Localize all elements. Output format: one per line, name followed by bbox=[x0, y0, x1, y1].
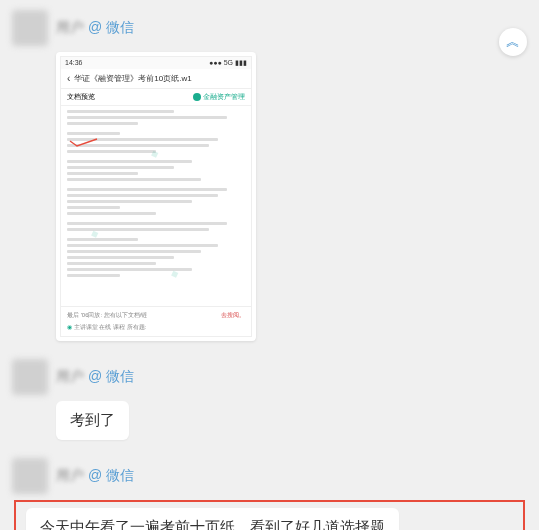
chevron-up-icon: ︽ bbox=[506, 33, 520, 51]
wechat-source-tag: @ 微信 bbox=[88, 467, 134, 485]
footer-main: 最后 '06回放: 您有以下文档/链 bbox=[67, 311, 148, 320]
sender-row: 用户 @ 微信 bbox=[12, 359, 527, 395]
sender-name: 用户 bbox=[56, 19, 84, 37]
phone-time: 14:36 bbox=[65, 59, 83, 67]
avatar[interactable] bbox=[12, 359, 48, 395]
phone-status-bar: 14:36 ●●● 5G ▮▮▮ bbox=[61, 57, 251, 69]
document-title: 华证《融资管理》考前10页纸.w1 bbox=[74, 73, 245, 84]
footer-sub: 主讲课堂 在线 课程 所有题: bbox=[74, 324, 147, 330]
image-attachment[interactable]: 14:36 ●●● 5G ▮▮▮ ‹ 华证《融资管理》考前10页纸.w1 文档预… bbox=[56, 52, 256, 341]
message-bubble[interactable]: 考到了 bbox=[56, 401, 129, 440]
brand-dot-icon bbox=[193, 93, 201, 101]
phone-screenshot: 14:36 ●●● 5G ▮▮▮ ‹ 华证《融资管理》考前10页纸.w1 文档预… bbox=[60, 56, 252, 337]
document-body: ◆ ◆ ◆ bbox=[61, 106, 251, 306]
phone-signal: ●●● 5G ▮▮▮ bbox=[209, 59, 247, 67]
sender-row: 用户 @ 微信 bbox=[12, 10, 527, 46]
phone-subheader: 文档预览 金融资产管理 bbox=[61, 89, 251, 106]
brand-badge: 金融资产管理 bbox=[193, 92, 245, 102]
wechat-source-tag: @ 微信 bbox=[88, 19, 134, 37]
sender-name: 用户 bbox=[56, 467, 84, 485]
chat-container: ︽ 用户 @ 微信 14:36 ●●● 5G ▮▮▮ ‹ 华证《融资管理》考前1… bbox=[0, 0, 539, 530]
footer-right: 去搜阅。 bbox=[221, 311, 245, 320]
sub-left: 文档预览 bbox=[67, 92, 95, 102]
document-footer: 最后 '06回放: 您有以下文档/链 去搜阅。 ◉ 主讲课堂 在线 课程 所有题… bbox=[61, 306, 251, 336]
brand-text: 金融资产管理 bbox=[203, 92, 245, 102]
highlight-annotation: 今天中午看了一遍考前十页纸，看到了好几道选择题 bbox=[14, 500, 525, 530]
back-icon: ‹ bbox=[67, 73, 70, 84]
message-text: 考到了 bbox=[70, 411, 115, 428]
red-checkmark-annotation bbox=[69, 138, 99, 148]
avatar[interactable] bbox=[12, 458, 48, 494]
footer-bullet-icon: ◉ bbox=[67, 324, 74, 330]
message-bubble[interactable]: 今天中午看了一遍考前十页纸，看到了好几道选择题 bbox=[26, 508, 399, 530]
wechat-source-tag: @ 微信 bbox=[88, 368, 134, 386]
message-group-3: 用户 @ 微信 今天中午看了一遍考前十页纸，看到了好几道选择题 bbox=[12, 458, 527, 530]
scroll-top-button[interactable]: ︽ bbox=[499, 28, 527, 56]
avatar[interactable] bbox=[12, 10, 48, 46]
sender-name: 用户 bbox=[56, 368, 84, 386]
phone-header: ‹ 华证《融资管理》考前10页纸.w1 bbox=[61, 69, 251, 89]
message-text: 今天中午看了一遍考前十页纸，看到了好几道选择题 bbox=[40, 518, 385, 530]
message-group-1: 用户 @ 微信 14:36 ●●● 5G ▮▮▮ ‹ 华证《融资管理》考前10页… bbox=[12, 10, 527, 341]
message-group-2: 用户 @ 微信 考到了 bbox=[12, 359, 527, 440]
sender-row: 用户 @ 微信 bbox=[12, 458, 527, 494]
